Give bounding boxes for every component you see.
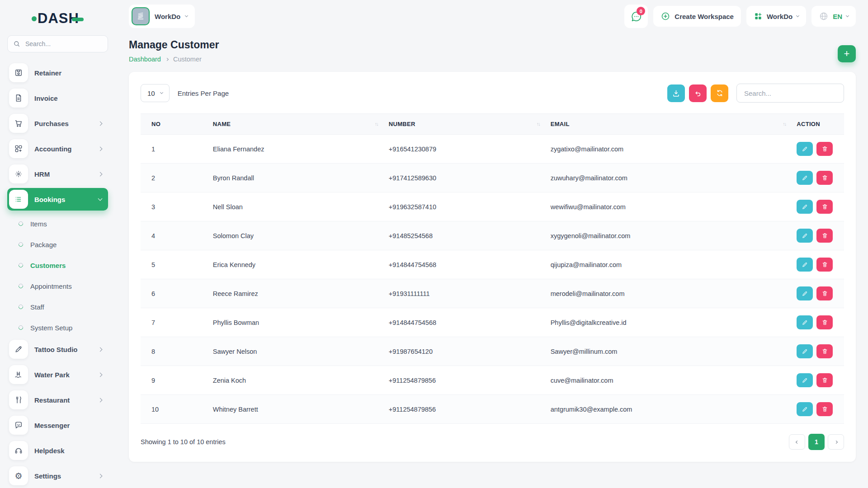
sidebar-item-label: Purchases <box>34 120 92 127</box>
prev-page-button[interactable] <box>789 434 805 450</box>
sidebar-subitem-label: Staff <box>30 303 44 311</box>
breadcrumb-dashboard[interactable]: Dashboard <box>129 56 161 63</box>
edit-button[interactable] <box>797 373 813 387</box>
sidebar-item-bookings[interactable]: Bookings <box>7 188 108 211</box>
messages-button[interactable]: 0 <box>624 5 648 28</box>
column-number[interactable]: NUMBER↑↓ <box>383 114 545 135</box>
delete-button[interactable] <box>816 286 833 300</box>
column-email[interactable]: EMAIL↑↓ <box>545 114 792 135</box>
refresh-icon <box>716 89 724 97</box>
add-customer-button[interactable]: + <box>838 45 856 62</box>
edit-button[interactable] <box>797 229 813 243</box>
sidebar-item-retainer[interactable]: Retainer <box>7 61 108 84</box>
sidebar-subitem-appointments[interactable]: Appointments <box>7 276 108 296</box>
create-workspace-button[interactable]: Create Workspace <box>653 6 741 27</box>
cell-action <box>791 395 844 424</box>
sidebar-subitem-items[interactable]: Items <box>7 213 108 234</box>
delete-button[interactable] <box>816 171 833 185</box>
sidebar-subitem-staff[interactable]: Staff <box>7 296 108 317</box>
download-icon <box>672 89 680 98</box>
sidebar-subitem-package[interactable]: Package <box>7 234 108 255</box>
edit-button[interactable] <box>797 344 813 358</box>
entries-summary: Showing 1 to 10 of 10 entries <box>141 438 226 446</box>
sidebar-item-tattoo-studio[interactable]: Tattoo Studio <box>7 338 108 361</box>
edit-button[interactable] <box>797 315 813 329</box>
edit-button[interactable] <box>797 142 813 156</box>
entries-per-page-select[interactable]: 10 <box>141 84 170 102</box>
sidebar-search-input[interactable] <box>24 40 102 48</box>
sidebar-item-water-park[interactable]: Water Park <box>7 363 108 386</box>
cell-number: +914844754568 <box>383 308 545 337</box>
sort-icon[interactable]: ↑↓ <box>783 121 786 127</box>
edit-button[interactable] <box>797 286 813 300</box>
cell-number: +91931111111 <box>383 279 545 308</box>
sidebar-subitem-label: Customers <box>30 262 66 269</box>
cell-email: qijupiza@mailinator.com <box>545 250 792 279</box>
sidebar-item-settings[interactable]: ⚙Settings <box>7 465 108 487</box>
pencil-icon <box>802 406 808 413</box>
logo-dot-icon <box>32 16 37 21</box>
workdo-menu-button[interactable]: WorkDo <box>746 6 806 27</box>
edit-button[interactable] <box>797 171 813 185</box>
sidebar-item-hrm[interactable]: HRM <box>7 163 108 185</box>
pencil-icon <box>802 319 808 326</box>
sidebar-item-label: HRM <box>34 170 92 178</box>
plus-icon: + <box>844 48 850 59</box>
pencil-icon <box>802 261 808 268</box>
delete-button[interactable] <box>816 142 833 156</box>
sort-icon[interactable]: ↑↓ <box>375 121 378 127</box>
delete-button[interactable] <box>816 229 833 243</box>
sidebar-item-accounting[interactable]: Accounting <box>7 137 108 160</box>
delete-button[interactable] <box>816 315 833 329</box>
edit-button[interactable] <box>797 402 813 416</box>
cell-no: 7 <box>141 308 208 337</box>
workspace-selector[interactable]: WorkDo <box>129 5 195 28</box>
table-row: 8Sawyer Nelson+91987654120Sawyer@millinu… <box>141 337 844 366</box>
sort-icon[interactable]: ↑↓ <box>537 121 540 127</box>
sidebar-item-helpdesk[interactable]: Helpdesk <box>7 439 108 462</box>
settings-icon: ⚙ <box>9 466 28 485</box>
column-name[interactable]: NAME↑↓ <box>208 114 383 135</box>
cell-action <box>791 192 844 221</box>
sidebar-item-messenger[interactable]: Messenger <box>7 414 108 436</box>
cell-number: +916541230879 <box>383 135 545 164</box>
breadcrumb: Dashboard Customer <box>129 56 219 63</box>
cell-no: 8 <box>141 337 208 366</box>
delete-button[interactable] <box>816 402 833 416</box>
pencil-icon <box>802 174 808 181</box>
delete-button[interactable] <box>816 344 833 358</box>
sidebar-item-restaurant[interactable]: Restaurant <box>7 389 108 411</box>
table-search-input[interactable] <box>736 84 844 103</box>
table-row: 5Erica Kennedy+914844754568qijupiza@mail… <box>141 250 844 279</box>
sidebar-subitem-system-setup[interactable]: System Setup <box>7 317 108 338</box>
delete-button[interactable] <box>816 258 833 272</box>
cell-action <box>791 337 844 366</box>
page-1-button[interactable]: 1 <box>808 434 825 450</box>
trash-icon <box>821 174 828 181</box>
language-selector[interactable]: EN <box>811 6 856 27</box>
table-row: 4Solomon Clay+91485254568xygygenoli@mail… <box>141 221 844 250</box>
cell-action <box>791 366 844 395</box>
dash-logo[interactable]: DASH <box>7 7 108 30</box>
customer-table-card: 10 Entries Per Page <box>129 72 856 462</box>
edit-button[interactable] <box>797 200 813 214</box>
delete-button[interactable] <box>816 200 833 214</box>
retainer-icon <box>9 63 28 82</box>
edit-button[interactable] <box>797 258 813 272</box>
sidebar-subitem-label: Items <box>30 220 47 228</box>
customer-table: NO NAME↑↓ NUMBER↑↓ EMAIL↑↓ ACTION 1Elian… <box>141 113 844 424</box>
undo-button[interactable] <box>689 84 707 102</box>
export-button[interactable] <box>667 84 685 102</box>
cell-no: 6 <box>141 279 208 308</box>
sidebar-subitem-customers[interactable]: Customers <box>7 255 108 276</box>
refresh-button[interactable] <box>711 84 728 102</box>
next-page-button[interactable] <box>828 434 844 450</box>
pencil-icon <box>802 145 808 152</box>
trash-icon <box>821 232 828 239</box>
sidebar-item-invoice[interactable]: Invoice <box>7 87 108 109</box>
delete-button[interactable] <box>816 373 833 387</box>
language-code: EN <box>833 13 842 20</box>
table-header-row: NO NAME↑↓ NUMBER↑↓ EMAIL↑↓ ACTION <box>141 114 844 135</box>
cell-name: Nell Sloan <box>208 192 383 221</box>
sidebar-item-purchases[interactable]: Purchases <box>7 112 108 135</box>
